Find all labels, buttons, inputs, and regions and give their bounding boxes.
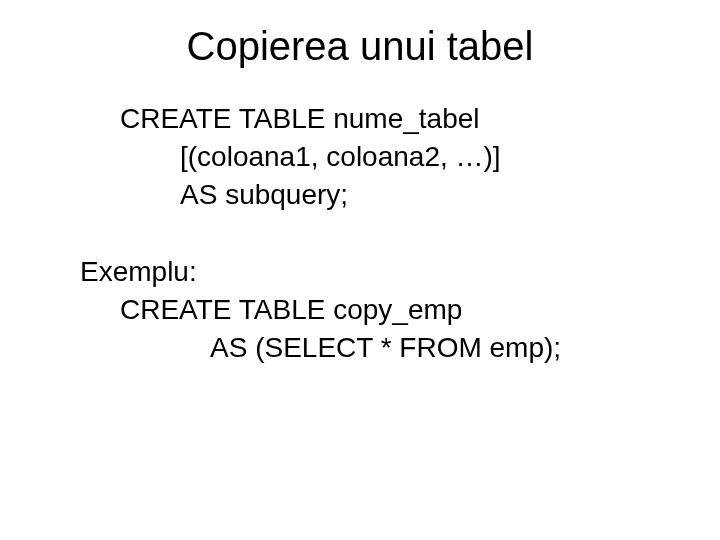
example-label: Exemplu: <box>80 253 660 291</box>
slide-title: Copierea unui tabel <box>0 24 720 69</box>
slide-body: CREATE TABLE nume_tabel [(coloana1, colo… <box>80 100 660 367</box>
syntax-line-3: AS subquery; <box>80 176 660 214</box>
example-line-1: CREATE TABLE copy_emp <box>80 291 660 329</box>
example-line-2: AS (SELECT * FROM emp); <box>80 329 660 367</box>
syntax-line-2: [(coloana1, coloana2, …)] <box>80 138 660 176</box>
slide: Copierea unui tabel CREATE TABLE nume_ta… <box>0 0 720 540</box>
spacer <box>80 213 660 253</box>
syntax-line-1: CREATE TABLE nume_tabel <box>80 100 660 138</box>
